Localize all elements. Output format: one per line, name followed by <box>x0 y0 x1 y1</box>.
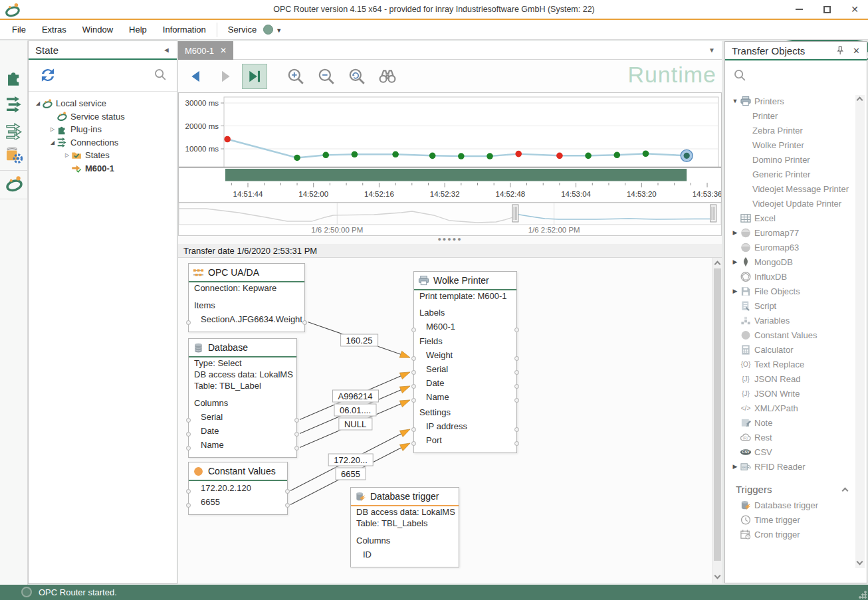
transfer-object-constant-values[interactable]: Constant Values <box>725 328 855 342</box>
state-tree-item-local-service[interactable]: ◢Local service <box>29 97 177 110</box>
plugins-icon[interactable] <box>5 68 23 86</box>
output-port[interactable] <box>514 384 519 389</box>
input-port[interactable] <box>186 320 191 325</box>
zoom-reset-button[interactable] <box>344 64 370 89</box>
transfer-object-rest[interactable]: (R)Rest <box>725 430 855 445</box>
expander-icon[interactable]: ◢ <box>49 140 56 146</box>
output-port[interactable] <box>294 418 299 423</box>
transfer-object-script[interactable]: Script <box>725 298 855 313</box>
output-port[interactable] <box>514 427 519 432</box>
transfer-object-time-trigger[interactable]: Time trigger <box>725 512 855 527</box>
transfer-object-videojet-update-printer[interactable]: Videojet Update Printer <box>725 196 855 211</box>
input-port[interactable] <box>411 398 416 403</box>
output-port[interactable] <box>514 441 519 446</box>
minimize-button[interactable] <box>790 1 808 17</box>
transfer-object-euromap77[interactable]: ▶Euromap77 <box>725 225 855 240</box>
collapse-section-icon[interactable] <box>842 488 849 494</box>
transfer-object-csv[interactable]: CSVCSV <box>725 445 855 459</box>
zoom-in-button[interactable] <box>283 64 308 89</box>
expander-icon[interactable]: ▶ <box>730 229 740 236</box>
expander-icon[interactable]: ▼ <box>730 98 740 104</box>
tab-list-dropdown-icon[interactable]: ▼ <box>708 47 715 54</box>
expander-icon[interactable]: ▶ <box>730 258 740 265</box>
flow-node-dbtrig[interactable]: Database triggerDB access data: LokalMST… <box>350 487 459 567</box>
find-button[interactable] <box>375 64 400 89</box>
output-port[interactable] <box>294 432 299 437</box>
input-port[interactable] <box>411 356 416 361</box>
project-settings-icon[interactable] <box>5 146 23 163</box>
menu-item-window[interactable]: Window <box>74 20 121 40</box>
transfer-object-wolke-printer[interactable]: Wolke Printer <box>725 138 855 152</box>
transfer-object-rfid-reader[interactable]: ▶RFIDRFID Reader <box>725 459 855 474</box>
transfer-object-database-trigger[interactable]: Database trigger <box>725 498 855 512</box>
flow-node-wolke[interactable]: Wolke PrinterPrint template: M600-1Label… <box>413 271 517 453</box>
output-port[interactable] <box>514 356 519 361</box>
transfer-object-generic-printer[interactable]: Generic Printer <box>725 167 855 181</box>
opc-router-logo-icon[interactable] <box>5 175 23 193</box>
transfer-object-printer[interactable]: Printer <box>725 108 855 123</box>
input-port[interactable] <box>411 328 416 332</box>
output-port[interactable] <box>285 489 290 494</box>
nav-back-button[interactable] <box>183 64 209 89</box>
collapse-panel-icon[interactable]: ◄ <box>163 46 170 54</box>
template-connections-icon[interactable] <box>5 122 23 140</box>
input-port[interactable] <box>411 370 416 375</box>
input-port[interactable] <box>186 418 191 423</box>
transfer-object-variables[interactable]: Variables <box>725 313 855 328</box>
transfer-objects-search[interactable] <box>725 62 867 91</box>
transfer-object-json-read[interactable]: {J}JSON Read <box>725 371 855 386</box>
transfer-object-text-replace[interactable]: {O}Text Replace <box>725 357 855 371</box>
input-port[interactable] <box>411 384 416 389</box>
output-port[interactable] <box>302 320 307 325</box>
tab-m600-1[interactable]: M600-1 ✕ <box>178 41 233 60</box>
flow-node-db[interactable]: DatabaseType: SelectDB access data: Loka… <box>188 338 297 458</box>
transfer-object-influxdb[interactable]: InfluxDB <box>725 269 855 284</box>
input-port[interactable] <box>186 489 191 494</box>
transfer-object-note[interactable]: Note <box>725 415 855 430</box>
transfer-object-videojet-message-printer[interactable]: Videojet Message Printer <box>725 181 855 196</box>
nav-forward-button[interactable] <box>213 64 238 89</box>
menu-item-information[interactable]: Information <box>155 20 214 40</box>
refresh-icon[interactable] <box>39 66 56 84</box>
timeline-overview[interactable]: 1/6 2:50:00 PM1/6 2:52:00 PM <box>178 203 722 236</box>
service-dropdown-icon[interactable]: ▼ <box>276 27 282 34</box>
transfer-object-excel[interactable]: Excel <box>725 211 855 225</box>
skip-to-latest-button[interactable] <box>242 64 267 89</box>
close-button[interactable]: ✕ <box>845 1 864 17</box>
search-icon[interactable] <box>154 68 167 82</box>
transfer-object-euromap63[interactable]: Euromap63 <box>725 240 855 254</box>
input-port[interactable] <box>186 503 191 508</box>
state-tree-item-service-status[interactable]: Service status <box>29 110 177 124</box>
input-port[interactable] <box>411 441 416 446</box>
transfer-object-calculator[interactable]: Calculator <box>725 342 855 357</box>
transfer-object-xml-xpath[interactable]: </>XML/XPath <box>725 401 855 415</box>
state-tree-item-plug-ins[interactable]: ▷Plug-ins <box>29 123 177 136</box>
output-port[interactable] <box>514 370 519 375</box>
flow-node-opc[interactable]: OPC UA/DAConnection: KepwareItemsSection… <box>188 263 305 332</box>
output-port[interactable] <box>514 328 519 332</box>
expander-icon[interactable]: ▶ <box>730 463 740 470</box>
input-port[interactable] <box>186 446 191 450</box>
expander-icon[interactable]: ▷ <box>63 152 71 158</box>
output-port[interactable] <box>514 398 519 403</box>
state-tree-item-connections[interactable]: ◢Connections <box>29 136 177 150</box>
menu-item-extras[interactable]: Extras <box>34 20 74 40</box>
expander-icon[interactable]: ▷ <box>49 126 56 132</box>
tab-close-icon[interactable]: ✕ <box>220 46 227 55</box>
transfer-object-file-objects[interactable]: ▶File Objects <box>725 284 855 298</box>
zoom-out-button[interactable] <box>314 64 339 89</box>
flow-node-cv[interactable]: Constant Values172.20.2.1206655 <box>188 462 288 515</box>
transfer-object-printers[interactable]: ▼Printers <box>725 94 855 108</box>
transfer-object-cron-trigger[interactable]: Cron trigger <box>725 527 855 542</box>
expander-icon[interactable]: ▶ <box>730 288 740 294</box>
resize-grip[interactable] <box>859 591 867 599</box>
input-port[interactable] <box>186 432 191 437</box>
menu-item-help[interactable]: Help <box>121 20 155 40</box>
maximize-button[interactable] <box>817 1 836 17</box>
state-tree-item-m600-1[interactable]: M600-1 <box>29 162 177 175</box>
panel-scrollbar[interactable] <box>855 95 865 568</box>
transfer-object-json-write[interactable]: {J}JSON Write <box>725 386 855 401</box>
runtime-chart[interactable]: 10000 ms20000 ms30000 ms14:51:4414:52:00… <box>178 92 722 203</box>
menu-item-file[interactable]: File <box>4 20 34 40</box>
canvas-scrollbar[interactable] <box>712 258 722 583</box>
